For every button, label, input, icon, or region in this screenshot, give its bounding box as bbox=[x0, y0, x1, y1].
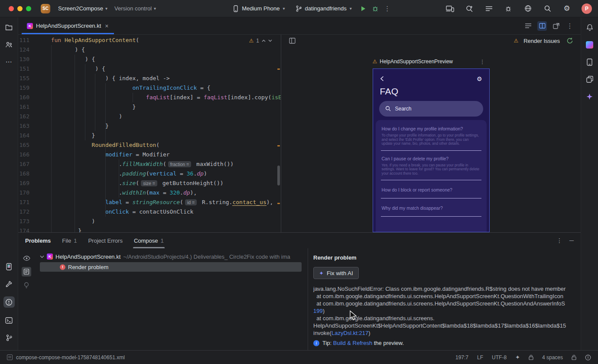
code-line[interactable]: 160 faqList[index] = faqList[index].copy… bbox=[18, 93, 281, 102]
faq-item[interactable]: Can I pause or delete my profile?Yes. If… bbox=[381, 151, 481, 181]
stack-trace-link[interactable]: LazyDsl.kt:217 bbox=[332, 330, 368, 336]
back-icon[interactable] bbox=[380, 76, 384, 81]
chevron-down-icon[interactable] bbox=[40, 255, 44, 258]
split-view-icon[interactable] bbox=[537, 21, 547, 31]
minimize-window-button[interactable] bbox=[17, 6, 23, 11]
preview-name[interactable]: HelpAndSupportScreenPreview bbox=[380, 58, 453, 65]
preview-layout-icon[interactable] bbox=[287, 36, 297, 46]
network-icon[interactable] bbox=[523, 4, 533, 13]
tree-file-row[interactable]: K HelpAndSupportScreen.kt ~/AndroidStudi… bbox=[35, 252, 308, 261]
code-line[interactable]: 124 ) { bbox=[18, 45, 281, 55]
indent-setting[interactable]: 4 spaces bbox=[542, 354, 563, 361]
settings-gear-icon[interactable]: ⚙ bbox=[477, 75, 482, 82]
editor-options-icon[interactable]: ⋮ bbox=[565, 21, 575, 31]
task-list-icon[interactable] bbox=[484, 4, 494, 13]
settings-gear-icon[interactable]: ⚙ bbox=[562, 4, 572, 13]
panel-tab-project-errors[interactable]: Project Errors bbox=[88, 233, 122, 248]
code-line[interactable]: 173 ) bbox=[18, 217, 281, 226]
git-tool-icon[interactable] bbox=[4, 333, 14, 342]
inspection-bulb-icon[interactable] bbox=[22, 280, 31, 290]
device-mirroring-icon[interactable] bbox=[445, 4, 455, 13]
gemini-gradient-icon[interactable] bbox=[585, 40, 595, 49]
code-line[interactable]: 151 ) { bbox=[18, 64, 281, 74]
close-tab-icon[interactable]: × bbox=[105, 23, 108, 29]
search-icon[interactable] bbox=[543, 4, 552, 13]
preview-options-icon[interactable]: ⋮ bbox=[480, 58, 485, 65]
error-stripe[interactable] bbox=[276, 35, 281, 232]
build-tool-icon[interactable] bbox=[4, 279, 14, 289]
fix-with-ai-button[interactable]: ✦ Fix with AI bbox=[313, 267, 359, 279]
code-line[interactable]: 172 onClick = contactUsOnClick bbox=[18, 207, 281, 217]
terminal-tool-icon[interactable] bbox=[4, 315, 14, 325]
code-editor-pane[interactable]: 111 fun HelpAndSupportContent(124 ) {130… bbox=[18, 35, 281, 232]
render-issues-label[interactable]: Render Issues bbox=[523, 38, 560, 44]
details-view-icon[interactable] bbox=[22, 267, 31, 276]
code-line[interactable]: 166 modifier = Modifier bbox=[18, 150, 281, 159]
app-inspection-icon[interactable] bbox=[504, 4, 513, 13]
status-info-icon[interactable] bbox=[585, 354, 591, 361]
editor-scrollbar[interactable] bbox=[277, 166, 280, 185]
ai-assistant-sparkle-icon[interactable] bbox=[585, 92, 595, 101]
code-line[interactable]: 111 fun HelpAndSupportContent( bbox=[18, 36, 281, 45]
editor-tab[interactable]: K HelpAndSupportScreen.kt × bbox=[22, 17, 114, 34]
lock-icon[interactable] bbox=[529, 354, 533, 360]
zoom-window-button[interactable] bbox=[26, 6, 31, 11]
code-line[interactable]: 164 } bbox=[18, 131, 281, 140]
tree-problem-row[interactable]: ! Render problem bbox=[40, 262, 302, 272]
code-line[interactable]: 169 .size(size = getButtonHeight()) bbox=[18, 179, 281, 188]
notifications-bell-icon[interactable] bbox=[585, 23, 595, 32]
code-view-icon[interactable] bbox=[523, 21, 533, 31]
code-line[interactable]: 167 .fillMaxWidth(fraction = maxWidth()) bbox=[18, 159, 281, 169]
device-manager-icon[interactable] bbox=[585, 57, 595, 67]
next-problem-icon[interactable] bbox=[268, 39, 272, 42]
prev-problem-icon[interactable] bbox=[262, 39, 266, 42]
stack-trace-link[interactable]: 199 bbox=[313, 308, 323, 314]
version-control-menu[interactable]: Version control▾ bbox=[111, 3, 159, 13]
detach-editor-icon[interactable] bbox=[551, 21, 561, 31]
build-refresh-icon[interactable] bbox=[565, 36, 575, 46]
code-line[interactable]: 155 ) { index, model -> bbox=[18, 74, 281, 83]
caret-position[interactable]: 197:7 bbox=[455, 354, 468, 361]
code-line[interactable]: 130 ) { bbox=[18, 55, 281, 64]
user-avatar[interactable]: P bbox=[582, 3, 592, 14]
line-separator[interactable]: LF bbox=[477, 354, 483, 361]
debug-button[interactable] bbox=[370, 4, 380, 13]
code-line[interactable]: 163 } bbox=[18, 121, 281, 131]
panel-tab-compose[interactable]: Compose1 bbox=[134, 233, 164, 248]
structure-tool-icon[interactable] bbox=[4, 40, 14, 49]
run-button[interactable] bbox=[358, 4, 368, 13]
faq-item[interactable]: How do I block or report someone? bbox=[381, 180, 481, 198]
code-line[interactable]: 168 .padding(vertical = 36.dp) bbox=[18, 169, 281, 179]
preview-eye-icon[interactable] bbox=[22, 254, 31, 263]
faq-item[interactable]: Why did my match disappear? bbox=[381, 198, 481, 217]
code-line[interactable]: 165 RoundedFilledButton( bbox=[18, 140, 281, 150]
panel-tab-file[interactable]: File1 bbox=[62, 233, 77, 248]
device-selector[interactable]: Medium Phone▾ bbox=[229, 3, 289, 14]
project-menu[interactable]: Screen2Compose▾ bbox=[55, 3, 111, 13]
faq-item[interactable]: How do I change my profile information?T… bbox=[381, 121, 481, 151]
running-devices-icon[interactable] bbox=[4, 262, 14, 271]
code-line[interactable]: 174 } bbox=[18, 226, 281, 232]
search-bar[interactable]: Search bbox=[379, 101, 483, 117]
build-refresh-link[interactable]: Build & Refresh bbox=[333, 340, 372, 346]
ai-status-icon[interactable]: ✦ bbox=[515, 354, 520, 361]
hide-panel-icon[interactable]: ─ bbox=[569, 237, 574, 244]
layout-inspector-icon[interactable] bbox=[585, 75, 595, 84]
project-tool-icon[interactable] bbox=[4, 23, 14, 32]
panel-options-icon[interactable]: ⋮ bbox=[556, 237, 562, 244]
file-encoding[interactable]: UTF-8 bbox=[492, 354, 507, 361]
inspection-widget[interactable]: ⚠ 1 bbox=[247, 37, 275, 45]
code-line[interactable]: 170 .widthIn(max = 320.dp), bbox=[18, 188, 281, 198]
more-tools-icon[interactable]: ⋯ bbox=[4, 57, 14, 67]
code-line[interactable]: 161 } bbox=[18, 102, 281, 112]
code-line[interactable]: 162 ) bbox=[18, 112, 281, 121]
readonly-lock-icon[interactable] bbox=[572, 354, 576, 360]
more-actions-icon[interactable]: ⋮ bbox=[383, 4, 392, 13]
phone-preview[interactable]: ⚙ FAQ Search How do I change my profile … bbox=[373, 68, 490, 232]
problems-tool-icon[interactable] bbox=[3, 296, 15, 308]
ai-search-icon[interactable] bbox=[465, 4, 474, 13]
status-file-name[interactable]: compose-compose-model-1758748140651.xml bbox=[16, 354, 125, 361]
branch-selector[interactable]: datingandfriends▾ bbox=[292, 3, 356, 14]
code-line[interactable]: 171 label = stringResource(id = R.string… bbox=[18, 198, 281, 207]
close-window-button[interactable] bbox=[9, 6, 14, 11]
